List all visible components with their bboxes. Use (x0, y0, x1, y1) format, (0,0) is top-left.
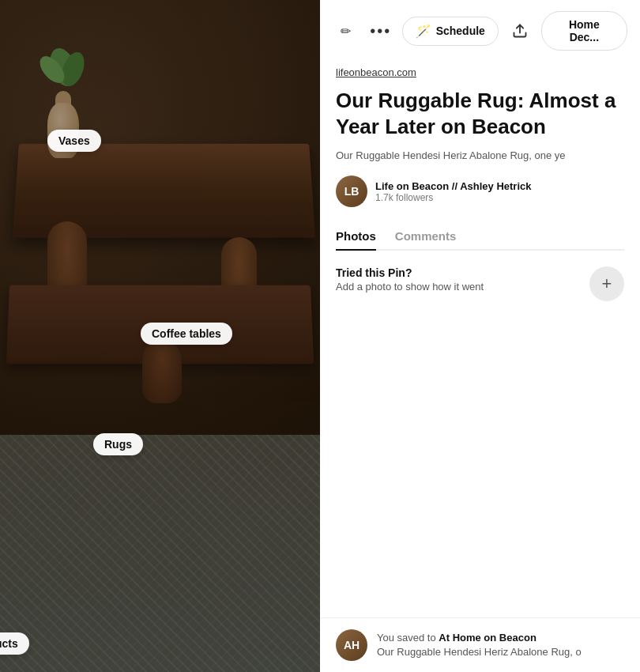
saved-description: Our Ruggable Hendesi Heriz Abalone Rug, … (377, 646, 582, 658)
pin-description: Our Ruggable Hendesi Heriz Abalone Rug, … (336, 149, 624, 163)
author-followers: 1.7k followers (375, 192, 531, 203)
saved-avatar: AH (336, 629, 367, 661)
tried-section: Tried this Pin? Add a photo to show how … (336, 266, 624, 301)
tab-comments[interactable]: Comments (395, 223, 457, 251)
author-name[interactable]: Life on Beacon // Ashley Hetrick (375, 180, 531, 192)
saved-prefix: You saved to (377, 632, 439, 644)
more-options-button[interactable]: ••• (367, 17, 394, 45)
schedule-icon: 🪄 (416, 24, 431, 39)
pin-title: Our Ruggable Rug: Almost a Year Later on… (336, 88, 624, 139)
saved-text: You saved to At Home on Beacon Our Rugga… (377, 631, 582, 659)
tag-vases[interactable]: Vases (47, 130, 101, 152)
tag-coffee-tables[interactable]: Coffee tables (141, 323, 232, 345)
author-info: Life on Beacon // Ashley Hetrick 1.7k fo… (375, 180, 531, 203)
pin-content: lifeonbeacon.com Our Ruggable Rug: Almos… (320, 62, 640, 617)
tag-products[interactable]: ucts (0, 632, 29, 655)
upload-icon (512, 23, 528, 39)
home-dec-button[interactable]: Home Dec... (541, 11, 627, 51)
tab-photos[interactable]: Photos (336, 223, 376, 251)
saved-board[interactable]: At Home on Beacon (439, 632, 536, 644)
pin-detail-panel: ✏ ••• 🪄 Schedule Home Dec... lifeonbeaco… (320, 0, 640, 672)
upload-button[interactable] (506, 17, 533, 45)
toolbar: ✏ ••• 🪄 Schedule Home Dec... (320, 0, 640, 62)
author-avatar[interactable]: LB (336, 176, 367, 207)
pin-image-panel: Vases Coffee tables Rugs ucts (0, 0, 320, 672)
saved-bar: AH You saved to At Home on Beacon Our Ru… (320, 617, 640, 672)
tried-title: Tried this Pin? (336, 266, 580, 279)
author-row: LB Life on Beacon // Ashley Hetrick 1.7k… (336, 176, 624, 207)
add-photo-button[interactable]: + (589, 266, 624, 301)
tried-subtitle: Add a photo to show how it went (336, 281, 580, 293)
schedule-button[interactable]: 🪄 Schedule (402, 17, 499, 46)
pin-tabs: Photos Comments (336, 223, 624, 251)
tag-rugs[interactable]: Rugs (93, 433, 143, 455)
edit-button[interactable]: ✏ (333, 17, 360, 45)
source-link[interactable]: lifeonbeacon.com (336, 66, 624, 78)
schedule-label: Schedule (436, 25, 485, 37)
tried-text: Tried this Pin? Add a photo to show how … (336, 266, 580, 293)
